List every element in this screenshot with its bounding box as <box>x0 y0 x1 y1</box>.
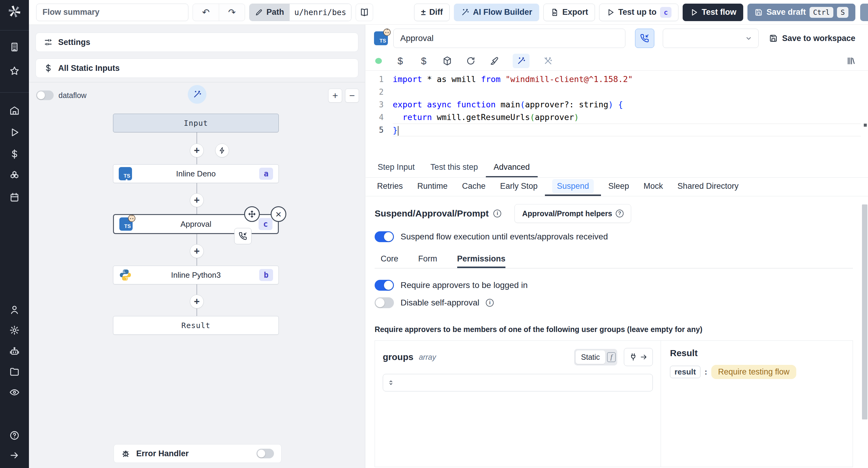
ai-wand-off-icon[interactable] <box>543 56 553 66</box>
sidebar-item-users[interactable] <box>9 304 20 315</box>
sidebar-item-workers[interactable] <box>9 346 20 357</box>
subtab-form[interactable]: Form <box>418 250 437 268</box>
require-logged-in-toggle[interactable] <box>375 280 394 291</box>
undo-button[interactable]: ↶ <box>193 4 219 21</box>
redo-button[interactable]: ↷ <box>219 4 245 21</box>
ai-wand-button[interactable] <box>513 54 530 68</box>
expression-mode-button[interactable]: f <box>607 352 616 362</box>
disable-self-approval-toggle[interactable] <box>375 297 394 308</box>
sliders-icon <box>44 38 53 47</box>
settings-button[interactable]: Settings <box>36 33 358 52</box>
subtab-core[interactable]: Core <box>381 250 398 268</box>
resources-dollar-icon[interactable]: $ <box>418 56 429 66</box>
reset-icon[interactable] <box>466 56 476 66</box>
subtab-mock[interactable]: Mock <box>636 178 670 196</box>
add-step-button[interactable]: + <box>190 295 204 309</box>
flow-node-input[interactable]: Input <box>113 114 279 133</box>
flow-summary-input[interactable] <box>36 4 188 21</box>
tab-step-input[interactable]: Step Input <box>370 158 423 177</box>
all-static-inputs-button[interactable]: All Static Inputs <box>36 59 358 78</box>
flow-node-inline-deno[interactable]: TS Inline Deno a <box>113 164 279 183</box>
code-line[interactable] <box>393 86 861 98</box>
sidebar-item-settings[interactable] <box>9 325 20 335</box>
typescript-approval-icon: TS <box>374 31 388 45</box>
save-to-workspace-button[interactable]: Save to workspace <box>769 34 855 43</box>
sidebar-item-resources[interactable] <box>9 170 20 181</box>
sidebar-item-help[interactable] <box>9 430 20 441</box>
suspend-flow-toggle[interactable] <box>375 231 394 242</box>
play-icon <box>689 8 698 17</box>
connect-input-button[interactable] <box>624 348 653 366</box>
sidebar-item-workspace[interactable] <box>9 41 20 53</box>
sidebar-item-variables[interactable] <box>9 149 20 159</box>
error-handler-card[interactable]: Error Handler <box>114 444 281 463</box>
sidebar-collapse-button[interactable] <box>9 450 20 461</box>
ai-flow-builder-button[interactable]: AI Flow Builder <box>454 4 539 21</box>
sidebar-item-schedules[interactable] <box>9 192 20 203</box>
format-brush-icon[interactable] <box>489 56 499 66</box>
error-handler-toggle[interactable] <box>256 449 274 458</box>
node-id-badge: a <box>259 168 273 180</box>
code-line[interactable]: } <box>393 124 861 136</box>
info-icon: i <box>486 299 494 307</box>
code-lines[interactable]: import * as wmill from "windmill-client@… <box>393 73 861 136</box>
sidebar-item-favorites[interactable] <box>9 65 20 76</box>
subtab-permissions[interactable]: Permissions <box>457 250 506 268</box>
scrollbar-thumb[interactable] <box>862 204 867 419</box>
test-up-to-button[interactable]: Test up to c <box>599 4 678 21</box>
subtab-early-stop[interactable]: Early Stop <box>493 178 545 196</box>
sidebar-item-audit-logs[interactable] <box>9 387 20 398</box>
package-icon[interactable] <box>442 56 453 66</box>
move-node-button[interactable] <box>244 206 260 222</box>
tab-advanced[interactable]: Advanced <box>486 158 538 177</box>
subtab-runtime[interactable]: Runtime <box>410 178 455 196</box>
code-line[interactable]: return wmill.getResumeUrls(approver) <box>393 111 861 124</box>
subtab-sleep[interactable]: Sleep <box>601 178 636 196</box>
windmill-logo-icon[interactable] <box>7 4 22 19</box>
deploy-button-partial[interactable] <box>860 4 868 21</box>
dataflow-toggle[interactable] <box>36 90 54 100</box>
zoom-out-button[interactable]: − <box>345 89 359 103</box>
add-step-button[interactable]: + <box>190 193 204 207</box>
subtab-cache[interactable]: Cache <box>455 178 493 196</box>
approval-prompt-helpers-button[interactable]: Approval/Prompt helpers ? <box>515 204 631 223</box>
path-control[interactable]: Path u/henri/bes <box>249 4 351 21</box>
subtab-retries[interactable]: Retries <box>370 178 410 196</box>
variables-icon[interactable]: $ <box>395 56 405 66</box>
static-mode-button[interactable]: Static <box>576 350 606 364</box>
sidebar-item-runs[interactable] <box>9 127 20 138</box>
sidebar-item-folders[interactable] <box>9 367 20 377</box>
zoom-in-button[interactable]: + <box>328 89 342 103</box>
trigger-bolt-button[interactable] <box>215 144 229 157</box>
flow-node-result[interactable]: Result <box>113 316 279 335</box>
sidebar-item-home[interactable] <box>9 105 20 116</box>
disable-self-approval-label: Disable self-approval <box>401 298 479 308</box>
step-name-input[interactable] <box>393 29 625 48</box>
approval-phone-button[interactable] <box>635 29 654 48</box>
ai-graph-wand-button[interactable] <box>188 85 207 104</box>
approval-phone-icon[interactable] <box>234 228 252 244</box>
delete-node-button[interactable]: × <box>271 206 286 222</box>
code-line[interactable]: import * as wmill from "windmill-client@… <box>393 73 861 86</box>
save-draft-kbd-s: S <box>837 7 848 18</box>
code-line[interactable]: export async function main(approver?: st… <box>393 98 861 111</box>
template-select[interactable] <box>663 29 758 48</box>
result-key-badge[interactable]: result <box>670 366 701 378</box>
save-draft-button[interactable]: Save draft Ctrl S <box>747 4 855 21</box>
add-step-button[interactable]: + <box>190 144 204 157</box>
groups-field-name: groups <box>383 352 413 362</box>
diff-button[interactable]: ± Diff <box>414 4 450 21</box>
subtab-shared-directory[interactable]: Shared Directory <box>670 178 746 196</box>
text-cursor <box>398 126 398 136</box>
code-editor[interactable]: 12345 import * as wmill from "windmill-c… <box>366 70 868 158</box>
library-icon[interactable] <box>846 56 856 66</box>
groups-array-input[interactable] <box>383 374 653 391</box>
tab-test-this-step[interactable]: Test this step <box>423 158 486 177</box>
arrow-right-icon <box>640 353 648 361</box>
test-flow-button[interactable]: Test flow <box>683 4 743 21</box>
add-step-button[interactable]: + <box>190 244 204 258</box>
docs-button[interactable] <box>355 4 373 21</box>
subtab-suspend[interactable]: Suspend <box>545 178 601 196</box>
export-button[interactable]: Export <box>544 4 595 21</box>
flow-node-inline-python3[interactable]: Inline Python3 b <box>113 266 279 284</box>
